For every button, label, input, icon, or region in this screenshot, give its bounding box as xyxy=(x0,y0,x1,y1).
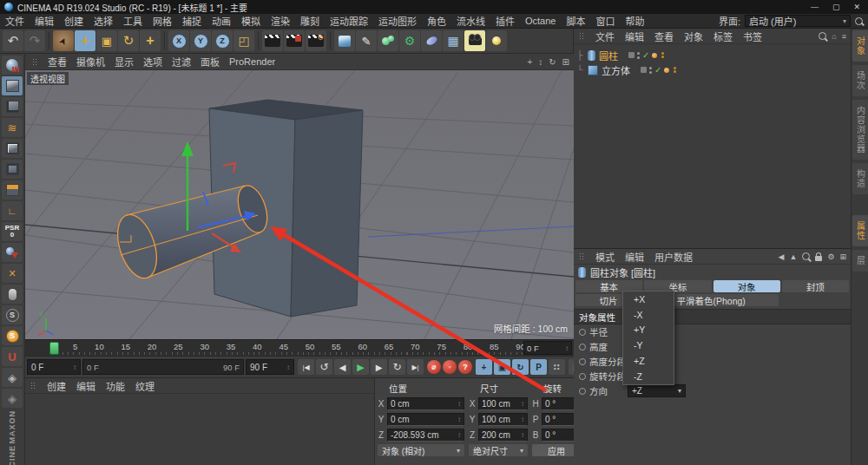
search-icon[interactable] xyxy=(802,252,810,260)
go-to-start-button[interactable]: |◀ xyxy=(298,359,314,375)
play-button[interactable]: ▶ xyxy=(352,359,369,375)
keyframe-circle-icon[interactable] xyxy=(579,344,586,350)
lock-icon[interactable] xyxy=(815,256,822,261)
menu-file[interactable]: 文件 xyxy=(5,14,24,28)
polygons-mode-button[interactable] xyxy=(2,180,23,200)
panel-grip-icon[interactable] xyxy=(579,32,585,40)
phong-tag-icon[interactable] xyxy=(652,53,657,58)
coordinate-mode-dropdown[interactable]: 对象 (相对) xyxy=(378,444,464,456)
om-menu-file[interactable]: 文件 xyxy=(595,29,615,43)
search-icon[interactable] xyxy=(819,32,826,40)
viewport-rotate-icon[interactable]: ↻ xyxy=(549,57,556,67)
lock-y-axis-button[interactable]: Y xyxy=(190,30,211,51)
size-x-field[interactable]: 100 cm xyxy=(478,397,528,410)
keyframe-selection-button[interactable]: ? xyxy=(458,360,472,374)
live-selection-tool[interactable]: ➤ xyxy=(53,30,74,51)
size-z-field[interactable]: 200 cm xyxy=(478,429,528,442)
filter-icon[interactable]: ≡ xyxy=(842,32,846,41)
orientation-dropdown[interactable]: +Z xyxy=(628,384,686,397)
up-icon[interactable]: ▲ xyxy=(789,252,797,261)
vp-menu-cameras[interactable]: 摄像机 xyxy=(76,55,105,69)
dock-tab-content-browser[interactable]: 内容浏览器 xyxy=(852,100,868,160)
menu-animate[interactable]: 动画 xyxy=(212,14,231,28)
position-y-field[interactable]: 0 cm xyxy=(387,413,464,426)
primitive-cube-button[interactable] xyxy=(334,30,355,51)
interface-select[interactable]: 启动 (用户)▾ xyxy=(745,15,851,27)
menu-window[interactable]: 窗口 xyxy=(595,14,615,28)
option-plus-z[interactable]: +Z xyxy=(623,353,674,369)
lock-workplane-button[interactable]: ◈ xyxy=(2,389,23,408)
go-to-end-button[interactable]: ▶| xyxy=(407,359,424,375)
om-menu-objects[interactable]: 对象 xyxy=(684,29,703,43)
home-icon[interactable]: ⌂ xyxy=(832,32,836,41)
mat-menu-function[interactable]: 功能 xyxy=(106,379,125,393)
menu-mograph[interactable]: 运动图形 xyxy=(378,14,417,28)
menu-create[interactable]: 创建 xyxy=(64,14,83,28)
quantize-button[interactable] xyxy=(2,285,23,304)
mat-menu-edit[interactable]: 编辑 xyxy=(76,379,95,393)
menu-tools[interactable]: 工具 xyxy=(123,14,142,28)
menu-motion-tracker[interactable]: 运动跟踪 xyxy=(330,14,368,28)
mat-menu-texture[interactable]: 纹理 xyxy=(135,379,155,393)
keyframe-circle-icon[interactable] xyxy=(579,373,586,380)
points-mode-button[interactable] xyxy=(2,139,23,158)
object-row-cylinder[interactable]: ├ 圆柱 ✓ xyxy=(575,48,849,62)
option-minus-y[interactable]: -Y xyxy=(623,337,674,353)
phong-tag-icon[interactable] xyxy=(664,68,669,73)
enabled-check-icon[interactable]: ✓ xyxy=(654,65,661,75)
record-keyframe-button[interactable]: ⌀ xyxy=(427,360,441,374)
play-reverse-button[interactable]: ↺ xyxy=(316,359,332,375)
enable-axis-button[interactable]: ∟ xyxy=(2,201,23,220)
dock-tab-structure[interactable]: 构造 xyxy=(852,163,868,194)
viewport-label[interactable]: 透视视图 xyxy=(27,72,69,85)
menu-pipeline[interactable]: 流水线 xyxy=(457,14,485,28)
dock-tab-objects[interactable]: 对象 xyxy=(852,30,868,62)
undo-button[interactable]: ↶ xyxy=(3,30,23,51)
key-rotation-toggle[interactable]: ↻ xyxy=(512,359,529,375)
size-y-field[interactable]: 100 cm xyxy=(478,413,528,426)
workplane-button[interactable]: ◈ xyxy=(2,368,23,387)
close-button[interactable]: ✕ xyxy=(853,3,860,11)
next-frame-button[interactable]: ▶ xyxy=(371,359,387,375)
enabled-check-icon[interactable]: ✓ xyxy=(642,50,649,60)
size-mode-dropdown[interactable]: 绝对尺寸 xyxy=(469,444,528,456)
model-mode-button[interactable] xyxy=(2,76,23,95)
menu-mesh[interactable]: 网格 xyxy=(153,14,172,28)
camera-button[interactable] xyxy=(464,30,485,51)
panel-grip-icon[interactable] xyxy=(579,252,585,260)
dock-tab-takes[interactable]: 场次 xyxy=(852,65,868,96)
panel-grip-icon[interactable] xyxy=(30,382,36,390)
om-menu-bookmarks[interactable]: 书签 xyxy=(743,29,762,43)
tab-caps[interactable]: 封顶 xyxy=(782,280,849,292)
menu-plugins[interactable]: 插件 xyxy=(496,14,515,28)
current-frame-field[interactable]: 0 F↕ xyxy=(27,359,81,375)
position-x-field[interactable]: 0 cm xyxy=(387,397,464,410)
rotate-tool[interactable]: ↻ xyxy=(118,30,139,51)
snap-enabled-button[interactable]: S xyxy=(2,326,23,345)
menu-snap[interactable]: 捕捉 xyxy=(182,14,201,28)
back-icon[interactable]: ◀ xyxy=(779,252,785,261)
menu-render[interactable]: 渲染 xyxy=(271,14,290,28)
timeline-playhead[interactable] xyxy=(49,342,59,355)
key-scale-toggle[interactable]: ▣ xyxy=(494,359,510,375)
am-menu-mode[interactable]: 模式 xyxy=(595,250,615,264)
spline-pen-button[interactable]: ✎ xyxy=(356,30,377,51)
loop-button[interactable]: ↻ xyxy=(389,359,405,375)
magnet-snap-button[interactable]: U xyxy=(2,347,23,366)
mograph-gear-button[interactable]: ⚙ xyxy=(399,30,420,51)
vp-menu-options[interactable]: 选项 xyxy=(143,55,162,69)
vp-menu-panel[interactable]: 面板 xyxy=(201,55,220,69)
vp-menu-filter[interactable]: 过滤 xyxy=(172,55,191,69)
frame-range-slider[interactable]: 0 F 90 F xyxy=(82,359,244,375)
maximize-button[interactable]: ▢ xyxy=(832,3,840,11)
am-menu-edit[interactable]: 编辑 xyxy=(625,250,644,264)
menu-script[interactable]: 脚本 xyxy=(566,14,585,28)
vp-menu-prorender[interactable]: ProRender xyxy=(229,56,275,67)
menu-help[interactable]: 帮助 xyxy=(625,14,644,28)
dock-tab-attributes[interactable]: 属性 xyxy=(852,215,868,246)
menu-simulate[interactable]: 模拟 xyxy=(241,14,260,28)
render-view-button[interactable] xyxy=(262,30,283,51)
object-row-cube[interactable]: └ 立方体 ✓ xyxy=(575,62,849,77)
menu-edit[interactable]: 编辑 xyxy=(35,14,54,28)
object-name[interactable]: 圆柱 xyxy=(599,49,618,62)
